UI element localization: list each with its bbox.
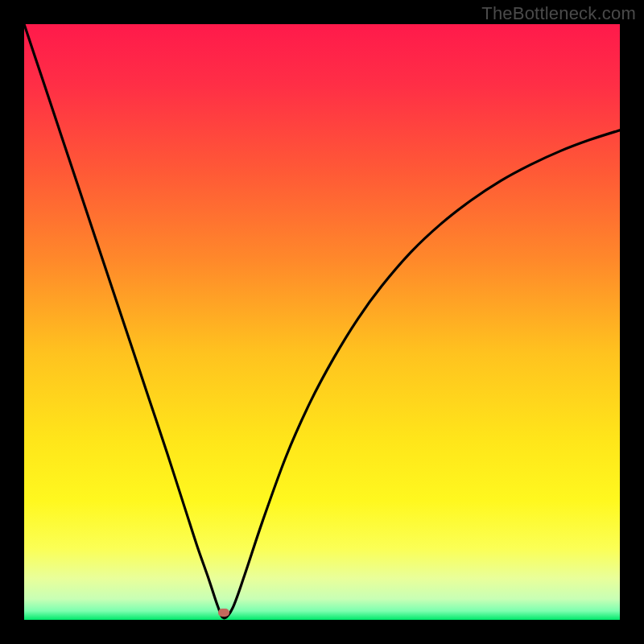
watermark-text: TheBottleneck.com: [481, 3, 636, 24]
bottleneck-curve: [24, 24, 620, 620]
chart-frame: TheBottleneck.com: [0, 0, 644, 644]
minimum-marker: [218, 609, 229, 617]
plot-area: [24, 24, 620, 620]
